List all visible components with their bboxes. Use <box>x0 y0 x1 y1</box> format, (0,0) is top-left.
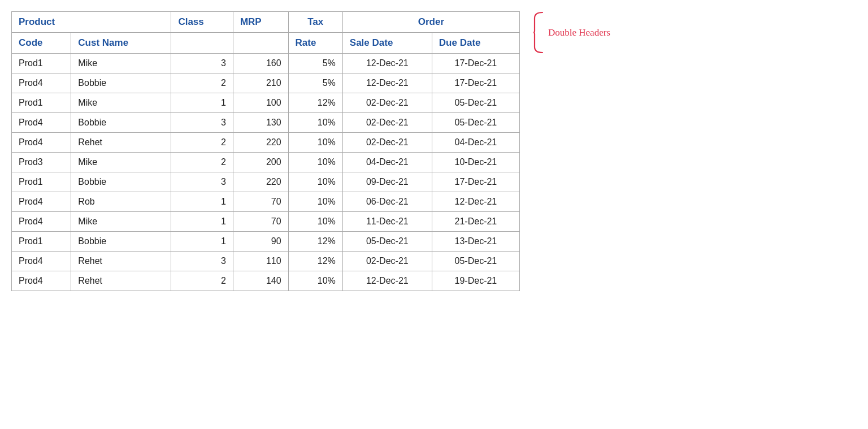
cell-tax-rate: 10% <box>288 192 342 212</box>
cell-cust-name: Rehet <box>71 271 171 291</box>
cell-cust-name: Mike <box>71 93 171 113</box>
cell-cust-name: Rehet <box>71 252 171 271</box>
cell-code: Prod4 <box>12 192 71 212</box>
table-row: Prod4Rob17010%06-Dec-2112-Dec-21 <box>12 192 520 212</box>
cell-code: Prod4 <box>12 252 71 271</box>
cell-tax-rate: 10% <box>288 133 342 153</box>
table-row: Prod4Rehet214010%12-Dec-2119-Dec-21 <box>12 271 520 291</box>
cell-mrp: 200 <box>233 153 288 172</box>
table-body: Prod1Mike31605%12-Dec-2117-Dec-21Prod4Bo… <box>12 54 520 291</box>
cell-mrp: 100 <box>233 93 288 113</box>
cell-code: Prod4 <box>12 113 71 133</box>
header-tax-top: Tax <box>288 12 342 33</box>
cell-mrp: 130 <box>233 113 288 133</box>
header-class-top: Class <box>171 12 233 33</box>
double-headers-annotation: Double Headers <box>532 11 610 54</box>
cell-cust-name: Bobbie <box>71 73 171 93</box>
cell-class: 1 <box>171 93 233 113</box>
cell-due-date: 19-Dec-21 <box>432 271 519 291</box>
table-row: Prod4Bobbie313010%02-Dec-2105-Dec-21 <box>12 113 520 133</box>
cell-class: 1 <box>171 192 233 212</box>
cell-due-date: 17-Dec-21 <box>432 73 519 93</box>
cell-due-date: 17-Dec-21 <box>432 172 519 192</box>
cell-cust-name: Bobbie <box>71 172 171 192</box>
cell-mrp: 140 <box>233 271 288 291</box>
header-due-date: Due Date <box>432 33 519 54</box>
header-mrp <box>233 33 288 54</box>
table-row: Prod1Bobbie322010%09-Dec-2117-Dec-21 <box>12 172 520 192</box>
table-row: Prod4Bobbie22105%12-Dec-2117-Dec-21 <box>12 73 520 93</box>
cell-cust-name: Bobbie <box>71 113 171 133</box>
header-cust-name: Cust Name <box>71 33 171 54</box>
cell-due-date: 17-Dec-21 <box>432 54 519 73</box>
cell-tax-rate: 10% <box>288 271 342 291</box>
cell-due-date: 13-Dec-21 <box>432 232 519 252</box>
cell-code: Prod1 <box>12 54 71 73</box>
table-row: Prod4Mike17010%11-Dec-2121-Dec-21 <box>12 212 520 232</box>
cell-sale-date: 02-Dec-21 <box>342 93 432 113</box>
header-row-1: Product Class MRP Tax Order <box>12 12 520 33</box>
header-order-top: Order <box>342 12 519 33</box>
cell-tax-rate: 5% <box>288 54 342 73</box>
cell-tax-rate: 10% <box>288 212 342 232</box>
bracket-icon <box>532 11 545 54</box>
table-row: Prod1Bobbie19012%05-Dec-2113-Dec-21 <box>12 232 520 252</box>
cell-cust-name: Rehet <box>71 133 171 153</box>
cell-mrp: 70 <box>233 212 288 232</box>
header-class <box>171 33 233 54</box>
cell-tax-rate: 5% <box>288 73 342 93</box>
cell-due-date: 12-Dec-21 <box>432 192 519 212</box>
cell-tax-rate: 10% <box>288 113 342 133</box>
cell-code: Prod4 <box>12 133 71 153</box>
header-sale-date: Sale Date <box>342 33 432 54</box>
cell-code: Prod1 <box>12 232 71 252</box>
cell-due-date: 05-Dec-21 <box>432 113 519 133</box>
cell-mrp: 160 <box>233 54 288 73</box>
cell-mrp: 110 <box>233 252 288 271</box>
cell-tax-rate: 12% <box>288 93 342 113</box>
cell-sale-date: 02-Dec-21 <box>342 113 432 133</box>
annotation-label: Double Headers <box>548 27 610 38</box>
cell-cust-name: Mike <box>71 212 171 232</box>
cell-mrp: 220 <box>233 133 288 153</box>
cell-code: Prod1 <box>12 93 71 113</box>
cell-code: Prod4 <box>12 212 71 232</box>
cell-sale-date: 09-Dec-21 <box>342 172 432 192</box>
cell-cust-name: Bobbie <box>71 232 171 252</box>
cell-sale-date: 06-Dec-21 <box>342 192 432 212</box>
cell-sale-date: 02-Dec-21 <box>342 133 432 153</box>
cell-sale-date: 04-Dec-21 <box>342 153 432 172</box>
table-row: Prod1Mike31605%12-Dec-2117-Dec-21 <box>12 54 520 73</box>
cell-tax-rate: 12% <box>288 252 342 271</box>
header-product: Product <box>12 12 171 33</box>
cell-code: Prod1 <box>12 172 71 192</box>
table-row: Prod4Rehet222010%02-Dec-2104-Dec-21 <box>12 133 520 153</box>
cell-due-date: 04-Dec-21 <box>432 133 519 153</box>
cell-cust-name: Mike <box>71 54 171 73</box>
cell-tax-rate: 10% <box>288 172 342 192</box>
cell-class: 3 <box>171 54 233 73</box>
cell-class: 2 <box>171 153 233 172</box>
cell-due-date: 21-Dec-21 <box>432 212 519 232</box>
cell-sale-date: 05-Dec-21 <box>342 232 432 252</box>
cell-class: 3 <box>171 113 233 133</box>
header-code: Code <box>12 33 71 54</box>
cell-cust-name: Rob <box>71 192 171 212</box>
cell-class: 2 <box>171 133 233 153</box>
header-mrp-top: MRP <box>233 12 288 33</box>
cell-cust-name: Mike <box>71 153 171 172</box>
main-table: Product Class MRP Tax Order Code Cust Na… <box>11 11 520 291</box>
page-wrapper: Product Class MRP Tax Order Code Cust Na… <box>11 11 520 291</box>
cell-code: Prod4 <box>12 73 71 93</box>
cell-class: 2 <box>171 271 233 291</box>
cell-code: Prod4 <box>12 271 71 291</box>
table-row: Prod4Rehet311012%02-Dec-2105-Dec-21 <box>12 252 520 271</box>
cell-tax-rate: 10% <box>288 153 342 172</box>
header-row-2: Code Cust Name Rate Sale Date Due Date <box>12 33 520 54</box>
cell-sale-date: 02-Dec-21 <box>342 252 432 271</box>
table-row: Prod3Mike220010%04-Dec-2110-Dec-21 <box>12 153 520 172</box>
cell-due-date: 05-Dec-21 <box>432 93 519 113</box>
cell-sale-date: 12-Dec-21 <box>342 271 432 291</box>
cell-code: Prod3 <box>12 153 71 172</box>
cell-sale-date: 11-Dec-21 <box>342 212 432 232</box>
